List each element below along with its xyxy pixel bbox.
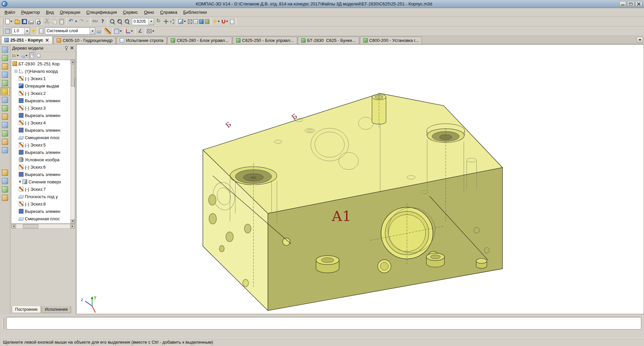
variables-button[interactable] — [92, 17, 99, 25]
tab-s600-200-ustanovka[interactable]: С600-200 - Установка г... — [360, 37, 422, 44]
open-button[interactable] — [14, 17, 21, 25]
tree-item[interactable]: Смещенная плос — [11, 215, 70, 222]
paste-button[interactable] — [58, 17, 65, 25]
panel-variables[interactable] — [1, 177, 10, 185]
tree-item[interactable]: (-) Эскиз:6 — [11, 163, 70, 171]
dropdown-arrow-icon[interactable] — [225, 18, 229, 25]
panel-libraries[interactable] — [1, 168, 10, 177]
panel-sheet-metal[interactable] — [1, 137, 10, 146]
tree-item[interactable]: Вырезать элемен — [11, 171, 70, 178]
tree-item[interactable]: Смещенная плос — [11, 134, 70, 141]
tab-s625-250-blok-upravl[interactable]: С625-250 - Блок управл... — [233, 37, 297, 44]
combo-dropdown-button[interactable] — [90, 28, 95, 34]
zoom-in-button[interactable] — [116, 17, 123, 25]
panel-specification[interactable] — [1, 112, 10, 121]
combo-dropdown-button[interactable] — [148, 18, 154, 25]
refresh-image-button[interactable] — [155, 17, 162, 25]
scroll-up-button[interactable] — [71, 60, 75, 64]
minimize-button[interactable] — [619, 1, 626, 7]
tree-item[interactable]: Вырезать элемен — [11, 97, 70, 104]
scrollbar-thumb[interactable] — [71, 64, 74, 86]
snap-mode-button[interactable] — [221, 17, 229, 25]
tree-item[interactable]: Вырезать элемен — [11, 208, 70, 215]
dropdown-arrow-icon[interactable] — [74, 18, 78, 25]
dropdown-arrow-icon[interactable] — [25, 53, 28, 59]
scroll-left-button[interactable] — [11, 224, 16, 228]
dropdown-arrow-icon[interactable] — [130, 27, 133, 35]
tree-sections-toggle[interactable] — [29, 52, 35, 59]
cut-button[interactable] — [43, 17, 51, 25]
tree-params-toggle[interactable] — [36, 52, 41, 59]
snap-toggle-button[interactable] — [31, 27, 36, 35]
model-view-svg[interactable]: А1 Б Б z y x — [76, 45, 644, 314]
panel-edit-part[interactable] — [1, 45, 10, 54]
orientation-button[interactable] — [178, 17, 187, 25]
pan-button[interactable] — [162, 17, 170, 25]
menu-view[interactable]: Вид — [43, 8, 57, 16]
panel-properties[interactable] — [1, 193, 10, 202]
panel-search[interactable] — [1, 185, 10, 193]
ortho-mode-button[interactable] — [137, 27, 144, 35]
save-button[interactable] — [21, 17, 28, 25]
tree-item[interactable]: (-) Эскиз:2 — [11, 90, 70, 97]
panel-arrays[interactable] — [1, 70, 10, 79]
tree-item[interactable]: Сечение поверх — [11, 178, 70, 185]
current-step-combo[interactable]: 1.0 — [12, 27, 30, 35]
copy-button[interactable] — [51, 17, 58, 25]
wireframe-display-button[interactable] — [187, 17, 193, 25]
pin-panel-icon[interactable] — [64, 46, 68, 50]
hatch-display-button[interactable] — [146, 27, 156, 35]
tree-item[interactable]: (-) Эскиз:5 — [11, 141, 70, 149]
quick-lines-button[interactable] — [212, 17, 221, 25]
tree-display-structure-button[interactable] — [11, 52, 20, 59]
menu-editor[interactable]: Редактор — [18, 8, 43, 16]
toolbar-grip[interactable] — [2, 28, 3, 35]
undo-button[interactable] — [68, 17, 78, 25]
current-scale-combo[interactable]: 0.8205 — [132, 18, 154, 25]
perspective-display-button[interactable] — [204, 17, 210, 25]
tree-horizontal-scrollbar[interactable] — [11, 224, 75, 229]
tree-item[interactable]: (-) Эскиз:4 — [11, 119, 70, 126]
hidden-lines-display-button[interactable] — [193, 17, 199, 25]
panel-filters[interactable] — [1, 104, 10, 112]
panel-spatial-curves[interactable] — [1, 54, 10, 62]
tree-root[interactable]: БТ-2830 25-251 Кор — [11, 60, 70, 67]
menu-operations[interactable]: Операции — [57, 8, 83, 16]
expander-icon[interactable] — [14, 70, 17, 73]
panel-measurements-3d[interactable] — [1, 96, 10, 104]
panel-reports[interactable] — [1, 121, 10, 129]
tree-item[interactable]: Плоскость под у — [11, 193, 70, 200]
model-body[interactable] — [203, 93, 502, 310]
dropdown-arrow-icon[interactable] — [10, 18, 13, 25]
property-bar-grip[interactable] — [3, 318, 4, 329]
dropdown-arrow-icon[interactable] — [152, 27, 155, 35]
menu-service[interactable]: Сервис — [120, 8, 141, 16]
tree-composition-button[interactable] — [20, 52, 29, 59]
scroll-down-button[interactable] — [71, 219, 75, 223]
panel-conditional-marks[interactable] — [1, 129, 10, 137]
rotate-button[interactable] — [170, 17, 175, 25]
redo-button[interactable] — [78, 17, 89, 25]
tree-item[interactable]: Вырезать элемен — [11, 149, 70, 156]
edit-sketch-button[interactable] — [104, 27, 111, 35]
tab-ispytanie-stropa[interactable]: Испытание стропа — [116, 37, 167, 44]
current-layer-combo[interactable]: Системный слой — [45, 27, 95, 35]
tree-item[interactable]: (-) Эскиз:1 — [11, 75, 70, 82]
scrollbar-thumb[interactable] — [23, 224, 38, 228]
combo-dropdown-button[interactable] — [24, 28, 30, 34]
shaded-display-button[interactable] — [199, 17, 204, 25]
document-settings-button[interactable] — [5, 27, 11, 35]
menu-file[interactable]: Файл — [1, 8, 18, 16]
tab-s625-280-blok-upravl[interactable]: С625-280 - Блок управл... — [167, 37, 232, 44]
tree-item[interactable]: (-) Эскиз:7 — [11, 185, 70, 193]
tab-s605-10-gidrocilindr[interactable]: С605-10 - Гидроцилиндр — [53, 37, 116, 44]
toolbar-grip[interactable] — [2, 18, 3, 25]
layer-settings-button[interactable] — [96, 27, 102, 35]
tree-item[interactable]: (-) Эскиз:3 — [11, 104, 70, 112]
zoom-area-button[interactable] — [109, 17, 116, 25]
dropdown-arrow-icon[interactable] — [217, 18, 220, 25]
new-document-button[interactable] — [5, 17, 14, 25]
tree-item[interactable]: Операция выдав — [11, 82, 70, 90]
local-cs-button[interactable] — [125, 27, 134, 35]
tree-item[interactable]: Вырезать элемен — [11, 126, 70, 134]
